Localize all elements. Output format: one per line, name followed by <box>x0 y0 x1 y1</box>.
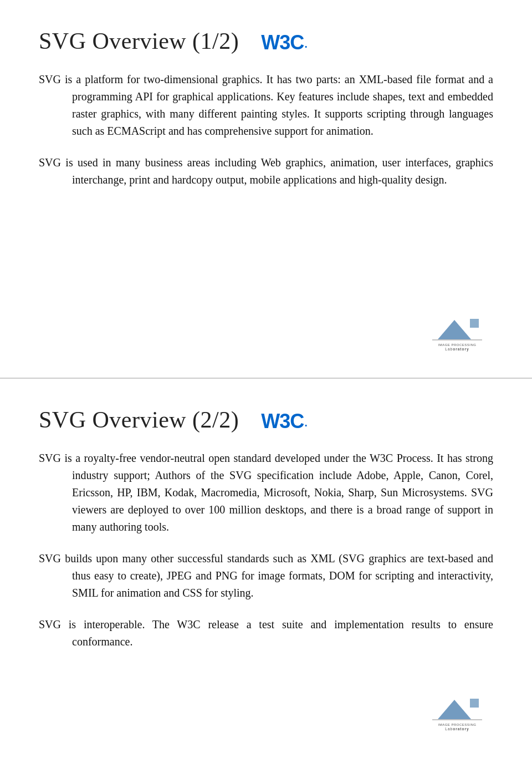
w3c-text-1: W3C <box>261 31 304 54</box>
svg-text:IMAGE PROCESSING: IMAGE PROCESSING <box>438 723 476 726</box>
svg-text:Laboratory: Laboratory <box>445 727 469 731</box>
slide-2-bullet-1: SVG is a royalty-free vendor-neutral ope… <box>39 450 493 536</box>
slide-2-header: SVG Overview (2/2) W3C. <box>39 406 493 433</box>
w3c-logo-2: W3C. <box>261 410 308 433</box>
w3c-dot-2: . <box>304 413 308 430</box>
slide-1-title: SVG Overview (1/2) <box>39 28 239 54</box>
slide-1-para-1: SVG is a platform for two-dimensional gr… <box>39 71 493 140</box>
slide-1-content: SVG is a platform for two-dimensional gr… <box>39 71 493 189</box>
slide-2-bullet-3: SVG is interoperable. The W3C release a … <box>39 616 493 650</box>
svg-marker-5 <box>438 700 471 719</box>
slide-2: SVG Overview (2/2) W3C. SVG is a royalty… <box>0 379 532 757</box>
ipl-logo-2-container: IMAGE PROCESSING Laboratory <box>421 694 493 735</box>
svg-marker-0 <box>438 320 471 339</box>
w3c-text-2: W3C <box>261 410 304 433</box>
ipl-logo-1-container: IMAGE PROCESSING Laboratory <box>421 314 493 355</box>
slide-2-title: SVG Overview (2/2) <box>39 406 239 433</box>
slide-1-para-1-block: SVG is a platform for two-dimensional gr… <box>39 71 493 140</box>
slide-1-para-2-block: SVG is used in many business areas inclu… <box>39 154 493 189</box>
slide-2-bullet-3-block: SVG is interoperable. The W3C release a … <box>39 616 493 650</box>
slide-1-para-2: SVG is used in many business areas inclu… <box>39 154 493 189</box>
slide-2-bullet-1-block: SVG is a royalty-free vendor-neutral ope… <box>39 450 493 536</box>
ipl-logo-1: IMAGE PROCESSING Laboratory <box>421 314 493 353</box>
svg-rect-1 <box>470 319 479 328</box>
w3c-logo-1: W3C. <box>261 31 308 54</box>
slide-2-bullet-2-block: SVG builds upon many other successful st… <box>39 550 493 602</box>
slide-1-header: SVG Overview (1/2) W3C. <box>39 28 493 54</box>
slide-2-bullet-2: SVG builds upon many other successful st… <box>39 550 493 602</box>
svg-text:Laboratory: Laboratory <box>445 347 469 352</box>
slide-2-content: SVG is a royalty-free vendor-neutral ope… <box>39 450 493 650</box>
w3c-dot-1: . <box>304 34 308 52</box>
ipl-logo-2: IMAGE PROCESSING Laboratory <box>421 694 493 733</box>
svg-text:IMAGE PROCESSING: IMAGE PROCESSING <box>438 343 476 347</box>
slide-1: SVG Overview (1/2) W3C. SVG is a platfor… <box>0 0 532 379</box>
svg-rect-6 <box>470 699 479 708</box>
